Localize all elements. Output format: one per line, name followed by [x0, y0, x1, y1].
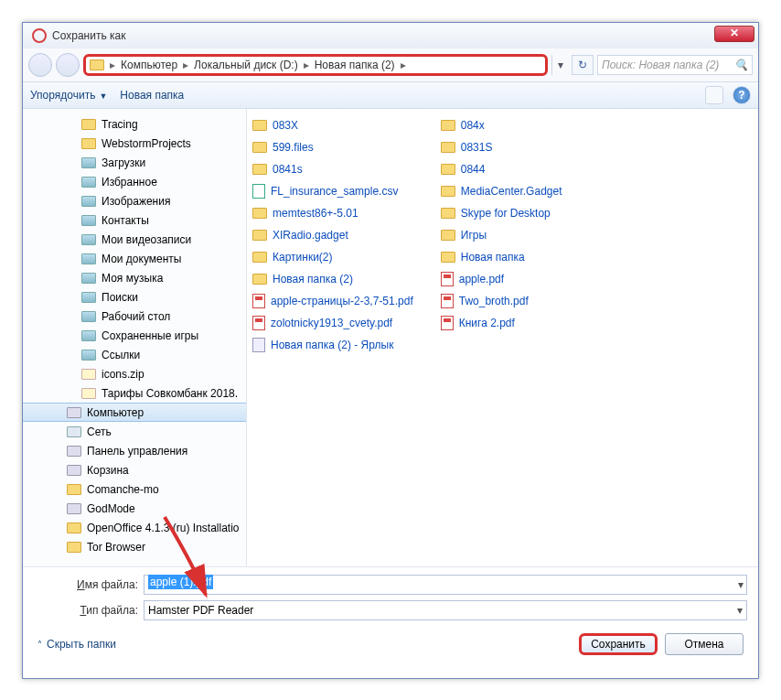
- tree-item[interactable]: Моя музыка: [23, 268, 246, 287]
- file-item[interactable]: Skype for Desktop: [441, 204, 562, 222]
- tree-item[interactable]: Сеть: [23, 422, 246, 441]
- folder-icon: [252, 164, 267, 175]
- file-label: XIRadio.gadget: [273, 229, 348, 242]
- tree-item[interactable]: Избранное: [23, 172, 246, 191]
- chevron-down-icon[interactable]: ▾: [738, 578, 744, 591]
- search-input[interactable]: Поиск: Новая папка (2) 🔍: [597, 55, 753, 75]
- folder-icon: [67, 465, 81, 476]
- folder-icon: [441, 186, 455, 197]
- file-item[interactable]: Книга 2.pdf: [441, 314, 562, 332]
- tree-item[interactable]: icons.zip: [23, 364, 246, 383]
- back-button[interactable]: [28, 53, 52, 77]
- save-button[interactable]: Сохранить: [579, 633, 658, 655]
- file-item[interactable]: 0841s: [252, 160, 413, 178]
- file-item[interactable]: MediaCenter.Gadget: [441, 182, 562, 200]
- folder-icon: [441, 142, 455, 153]
- tree-item-label: Tracing: [102, 118, 138, 131]
- pdf-icon: [252, 294, 265, 308]
- file-item[interactable]: apple.pdf: [441, 270, 562, 288]
- file-item[interactable]: Картинки(2): [252, 248, 413, 266]
- chevron-right-icon: ▸: [399, 59, 408, 71]
- tree-item[interactable]: Тарифы Совкомбанк 2018.: [23, 383, 246, 403]
- folder-icon: [81, 350, 96, 361]
- folder-icon: [67, 503, 81, 514]
- tree-item[interactable]: Поиски: [23, 287, 246, 307]
- filename-input[interactable]: apple (1).pdf: [144, 575, 747, 595]
- breadcrumb-item[interactable]: Компьютер: [117, 59, 181, 71]
- tree-item[interactable]: Контакты: [23, 210, 246, 230]
- refresh-button[interactable]: ↻: [572, 55, 594, 75]
- tree-item[interactable]: Рабочий стол: [23, 307, 246, 326]
- tree-item[interactable]: Загрузки: [23, 153, 246, 172]
- filetype-label: Тип файла:: [34, 604, 144, 617]
- folder-icon: [252, 274, 267, 285]
- folder-icon: [252, 208, 267, 219]
- file-label: Новая папка (2): [273, 273, 353, 285]
- tree-item[interactable]: Сохраненные игры: [23, 326, 246, 345]
- tree-item[interactable]: OpenOffice 4.1.3 (ru) Installatio: [23, 518, 246, 537]
- folder-icon: [81, 388, 96, 399]
- filetype-combo[interactable]: Hamster PDF Reader ▾: [144, 600, 747, 620]
- folder-icon: [90, 59, 104, 70]
- file-item[interactable]: FL_insurance_sample.csv: [252, 182, 413, 200]
- help-button[interactable]: ?: [733, 86, 751, 104]
- file-item[interactable]: Игры: [441, 226, 562, 244]
- breadcrumb-item[interactable]: Локальный диск (D:): [190, 59, 302, 71]
- folder-icon: [441, 208, 455, 219]
- file-item[interactable]: Two_broth.pdf: [441, 292, 562, 310]
- file-item[interactable]: 599.files: [252, 138, 413, 156]
- file-item[interactable]: apple-страницы-2-3,7-51.pdf: [252, 292, 413, 310]
- file-item[interactable]: 084x: [441, 116, 562, 135]
- file-label: 083X: [273, 119, 298, 132]
- organize-menu[interactable]: Упорядочить▼: [30, 89, 107, 102]
- folder-icon: [67, 426, 81, 437]
- folder-icon: [441, 230, 455, 241]
- tree-item[interactable]: Корзина: [23, 460, 246, 479]
- pdf-icon: [441, 316, 454, 330]
- tree-item[interactable]: Мои видеозаписи: [23, 230, 246, 249]
- file-item[interactable]: XIRadio.gadget: [252, 226, 413, 244]
- history-dropdown[interactable]: ▾: [551, 55, 568, 75]
- new-folder-button[interactable]: Новая папка: [120, 89, 184, 102]
- file-list[interactable]: 083X599.files0841sFL_insurance_sample.cs…: [247, 109, 758, 566]
- tree-item[interactable]: Tor Browser: [23, 537, 246, 556]
- file-item[interactable]: Новая папка (2): [252, 270, 413, 288]
- tree-item[interactable]: Изображения: [23, 191, 246, 210]
- pdf-icon: [441, 272, 454, 286]
- save-dialog: Сохранить как ✕ ▸ Компьютер ▸ Локальный …: [22, 22, 759, 679]
- tree-item[interactable]: Comanche-mo: [23, 479, 246, 499]
- nav-bar: ▸ Компьютер ▸ Локальный диск (D:) ▸ Нова…: [23, 48, 758, 81]
- tree-item-label: Избранное: [102, 176, 157, 188]
- tree-item-label: Корзина: [87, 464, 129, 477]
- tree-item[interactable]: Панель управления: [23, 441, 246, 460]
- folder-icon: [252, 252, 267, 263]
- close-button[interactable]: ✕: [714, 26, 754, 42]
- tree-item-label: Тарифы Совкомбанк 2018.: [102, 387, 238, 400]
- tree-item[interactable]: Компьютер: [23, 403, 246, 422]
- tree-item[interactable]: Tracing: [23, 114, 246, 134]
- tree-item[interactable]: Мои документы: [23, 249, 246, 268]
- breadcrumb-bar[interactable]: ▸ Компьютер ▸ Локальный диск (D:) ▸ Нова…: [83, 54, 548, 76]
- cancel-button[interactable]: Отмена: [665, 633, 744, 655]
- folder-icon: [67, 407, 81, 418]
- file-item[interactable]: 083X: [252, 116, 413, 135]
- view-options-button[interactable]: [705, 86, 723, 104]
- breadcrumb-item[interactable]: Новая папка (2): [311, 59, 399, 71]
- folder-tree[interactable]: TracingWebstormProjectsЗагрузкиИзбранное…: [23, 109, 247, 566]
- tree-item[interactable]: WebstormProjects: [23, 134, 246, 153]
- file-item[interactable]: 0844: [441, 160, 562, 178]
- file-label: memtest86+-5.01: [273, 207, 358, 220]
- tree-item-label: WebstormProjects: [102, 137, 191, 150]
- file-item[interactable]: Новая папка: [441, 248, 562, 266]
- tree-item[interactable]: Ссылки: [23, 345, 246, 364]
- tree-item[interactable]: GodMode: [23, 499, 246, 518]
- search-icon: 🔍: [734, 59, 748, 71]
- file-item[interactable]: zolotnicky1913_cvety.pdf: [252, 314, 413, 332]
- forward-button[interactable]: [56, 53, 80, 77]
- tree-item-label: Компьютер: [87, 406, 144, 419]
- hide-folders-toggle[interactable]: ˄ Скрыть папки: [37, 638, 116, 651]
- file-item[interactable]: memtest86+-5.01: [252, 204, 413, 222]
- file-item[interactable]: Новая папка (2) - Ярлык: [252, 336, 413, 354]
- file-item[interactable]: 0831S: [441, 138, 562, 156]
- chevron-right-icon: ▸: [302, 59, 311, 71]
